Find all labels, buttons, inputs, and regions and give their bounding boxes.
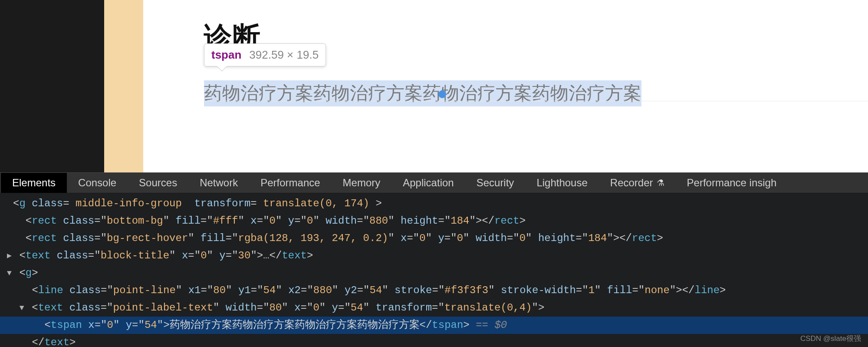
tab-application[interactable]: Application	[391, 173, 465, 193]
dom-line-g-parent[interactable]: <g class= middle-info-group transform= t…	[0, 195, 868, 212]
left-dark-strip	[0, 0, 104, 172]
dom-line-text-close[interactable]: </text>	[0, 334, 868, 347]
tab-performance[interactable]: Performance	[249, 173, 331, 193]
divider-line	[204, 101, 868, 101]
highlighted-tspan-text[interactable]: 药物治疗方案药物治疗方案药物治疗方案药物治疗方案	[204, 80, 641, 106]
dom-line-line[interactable]: <line class="point-line" x1="80" y1="54"…	[0, 282, 868, 299]
dom-line-g-child[interactable]: ▼ <g>	[0, 264, 868, 282]
tab-memory[interactable]: Memory	[332, 173, 392, 193]
tab-recorder[interactable]: Recorder ⚗	[599, 173, 676, 193]
tab-recorder-label: Recorder	[610, 177, 653, 189]
left-tan-strip	[104, 0, 143, 172]
dom-line-rect-1[interactable]: <rect class="bottom-bg" fill="#fff" x="0…	[0, 212, 868, 230]
tooltip-tag: tspan	[211, 48, 241, 62]
content-area: 诊断 tspan 392.59 × 19.5 药物治疗方案药物治疗方案药物治疗方…	[143, 0, 868, 172]
selection-dot	[438, 90, 446, 98]
tab-sources[interactable]: Sources	[128, 173, 188, 193]
watermark: CSDN @slate很强	[800, 334, 861, 344]
tab-network[interactable]: Network	[188, 173, 249, 193]
tab-performance-insights[interactable]: Performance insigh	[676, 173, 788, 193]
tab-security[interactable]: Security	[465, 173, 526, 193]
devtools-tab-bar: Elements Console Sources Network Perform…	[0, 172, 868, 193]
dom-line-text-title[interactable]: ▶ <text class="block-title" x="0" y="30"…	[0, 247, 868, 264]
page-preview: 诊断 tspan 392.59 × 19.5 药物治疗方案药物治疗方案药物治疗方…	[0, 0, 868, 172]
dom-line-tspan-selected[interactable]: <tspan x="0" y="54">药物治疗方案药物治疗方案药物治疗方案药物…	[0, 317, 868, 334]
element-tooltip: tspan 392.59 × 19.5	[204, 43, 326, 66]
dom-line-text-label[interactable]: ▼ <text class="point-label-text" width="…	[0, 299, 868, 317]
dom-line-rect-2[interactable]: <rect class="bg-rect-hover" fill="rgba(1…	[0, 230, 868, 247]
tab-lighthouse[interactable]: Lighthouse	[525, 173, 598, 193]
tab-elements[interactable]: Elements	[1, 173, 67, 193]
elements-dom-tree[interactable]: <g class= middle-info-group transform= t…	[0, 193, 868, 347]
tab-console[interactable]: Console	[67, 173, 128, 193]
tooltip-dimensions: 392.59 × 19.5	[249, 48, 319, 62]
flask-icon: ⚗	[657, 178, 664, 188]
